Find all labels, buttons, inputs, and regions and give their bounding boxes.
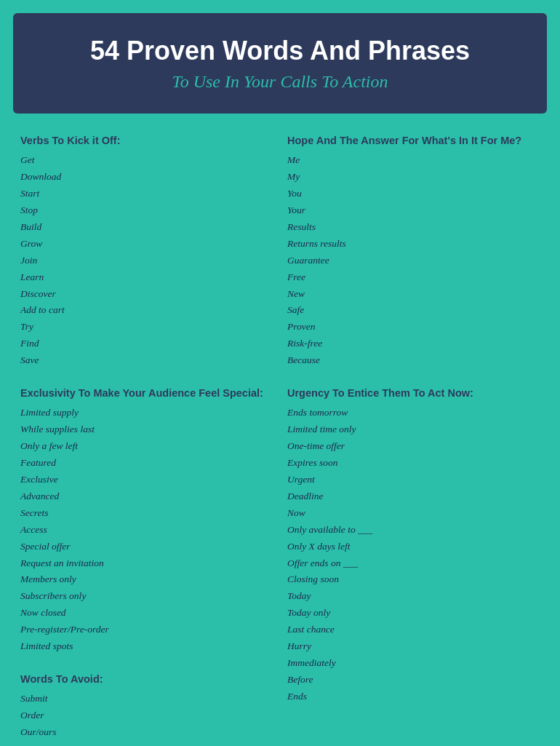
list-item: Free xyxy=(287,269,540,286)
list-item: Now closed xyxy=(20,605,273,622)
list-item: Today xyxy=(287,588,540,605)
section-title-urgency: Urgency To Entice Them To Act Now: xyxy=(287,386,540,400)
list-item: Exclusive xyxy=(20,472,273,488)
list-item: Limited time only xyxy=(287,421,540,438)
list-item: Safe xyxy=(287,302,540,319)
list-item: Before xyxy=(287,672,540,689)
list-item: Last chance xyxy=(287,622,540,638)
list-item: One-time offer xyxy=(287,438,540,455)
list-item: Risk-free xyxy=(287,336,540,352)
section-exclusivity: Exclusivity To Make Your Audience Feel S… xyxy=(20,386,273,655)
list-item: Deadline xyxy=(287,488,540,505)
list-item: Secrets xyxy=(20,505,273,522)
list-item: Guarantee xyxy=(287,253,540,269)
list-item: Advanced xyxy=(20,488,273,505)
list-item: My xyxy=(287,169,540,186)
list-item: Special offer xyxy=(20,539,273,555)
section-title-verbs: Verbs To Kick it Off: xyxy=(20,134,273,148)
header-title: 54 Proven Words And Phrases xyxy=(28,35,532,66)
list-item: Get xyxy=(20,152,273,169)
section-title-avoid: Words To Avoid: xyxy=(20,672,273,686)
list-item: Request an invitation xyxy=(20,555,273,572)
list-item: Only X days left xyxy=(287,539,540,555)
list-item: Ends tomorrow xyxy=(287,405,540,421)
list-item: Results xyxy=(287,219,540,236)
list-item: Me xyxy=(287,152,540,169)
list-item: Now xyxy=(287,505,540,522)
list-item: Today only xyxy=(287,605,540,622)
section-urgency: Urgency To Entice Them To Act Now:Ends t… xyxy=(287,386,540,705)
list-item: Stop xyxy=(20,202,273,219)
list-item: Add to cart xyxy=(20,302,273,319)
section-avoid: Words To Avoid:SubmitOrderOur/ours xyxy=(20,672,273,741)
page-wrapper: 54 Proven Words And Phrases To Use In Yo… xyxy=(0,0,560,746)
section-title-hope: Hope And The Answer For What's In It For… xyxy=(287,134,540,148)
list-item: Urgent xyxy=(287,472,540,488)
content-area: Verbs To Kick it Off:GetDownloadStartSto… xyxy=(13,134,547,746)
list-item: Limited supply xyxy=(20,405,273,421)
list-item: Try xyxy=(20,319,273,336)
list-item: While supplies last xyxy=(20,421,273,438)
list-item: Hurry xyxy=(287,638,540,655)
list-item: Only available to ___ xyxy=(287,522,540,539)
list-item: Join xyxy=(20,253,273,269)
list-item: Grow xyxy=(20,236,273,253)
list-item: Returns results xyxy=(287,236,540,253)
list-item: Discover xyxy=(20,286,273,303)
section-verbs: Verbs To Kick it Off:GetDownloadStartSto… xyxy=(20,134,273,369)
section-title-exclusivity: Exclusivity To Make Your Audience Feel S… xyxy=(20,386,273,400)
list-item: Subscribers only xyxy=(20,588,273,605)
list-item: Submit xyxy=(20,691,273,707)
list-item: Save xyxy=(20,352,273,369)
list-item: Immediately xyxy=(287,655,540,672)
list-item: New xyxy=(287,286,540,303)
list-item: Members only xyxy=(20,571,273,588)
list-item: Pre-register/Pre-order xyxy=(20,622,273,638)
list-item: Offer ends on ___ xyxy=(287,555,540,572)
section-hope: Hope And The Answer For What's In It For… xyxy=(287,134,540,369)
right-column: Hope And The Answer For What's In It For… xyxy=(287,134,540,746)
left-column: Verbs To Kick it Off:GetDownloadStartSto… xyxy=(20,134,273,746)
list-item: Because xyxy=(287,352,540,369)
list-item: Limited spots xyxy=(20,638,273,655)
list-item: Start xyxy=(20,186,273,202)
header-subtitle: To Use In Your Calls To Action xyxy=(28,72,532,92)
list-item: Only a few left xyxy=(20,438,273,455)
header-box: 54 Proven Words And Phrases To Use In Yo… xyxy=(13,13,547,114)
list-item: Ends xyxy=(287,689,540,705)
list-item: Build xyxy=(20,219,273,236)
list-item: Proven xyxy=(287,319,540,336)
list-item: Access xyxy=(20,522,273,539)
list-item: Closing soon xyxy=(287,571,540,588)
list-item: Your xyxy=(287,202,540,219)
list-item: Download xyxy=(20,169,273,186)
list-item: Find xyxy=(20,336,273,352)
list-item: Our/ours xyxy=(20,724,273,741)
list-item: Featured xyxy=(20,455,273,472)
list-item: Learn xyxy=(20,269,273,286)
list-item: Expires soon xyxy=(287,455,540,472)
list-item: Order xyxy=(20,707,273,724)
list-item: You xyxy=(287,186,540,202)
